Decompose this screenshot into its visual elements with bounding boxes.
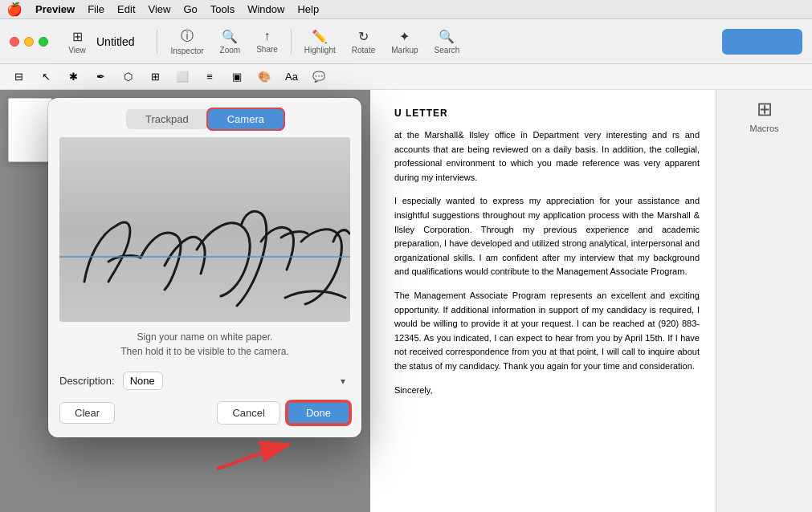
dialog-tabs: Trackpad Camera	[48, 98, 361, 137]
menu-window[interactable]: Window	[247, 3, 284, 15]
share-button[interactable]: ↑ Share	[250, 26, 284, 57]
menu-tools[interactable]: Tools	[210, 3, 235, 15]
lasso-tool[interactable]: ✱	[63, 68, 84, 86]
sidebar-toggle[interactable]: ⊟	[8, 68, 29, 86]
main-content: U LETTER at the Marshall& Ilsley office …	[0, 90, 812, 512]
highlight-icon: ✏️	[312, 29, 328, 44]
zoom-icon: 🔍	[222, 29, 238, 44]
description-select-wrapper: None ▾	[123, 372, 350, 390]
search-button[interactable]: 🔍 Search	[428, 26, 467, 58]
signature-dialog: Trackpad Camera	[48, 98, 361, 437]
menu-view[interactable]: View	[149, 3, 171, 15]
description-label: Description:	[59, 375, 115, 387]
menu-go[interactable]: Go	[183, 3, 197, 15]
separator-2	[291, 30, 292, 54]
view-button[interactable]: ⊞ View	[61, 26, 93, 58]
secondary-toolbar: ⊟ ↖ ✱ ✒ ⬡ ⊞ ⬜ ≡ ▣ 🎨 Aa 💬	[0, 64, 812, 90]
text-tool[interactable]: Aa	[281, 68, 302, 86]
separator-1	[157, 30, 157, 54]
inspector-icon: ⓘ	[181, 28, 194, 45]
speech-tool[interactable]: 💬	[308, 68, 329, 86]
description-row: Description: None ▾	[48, 367, 361, 395]
apple-menu[interactable]: 🍎	[6, 2, 22, 17]
inspector-button[interactable]: ⓘ Inspector	[164, 25, 210, 59]
menubar: 🍎 Preview File Edit View Go Tools Window…	[0, 0, 812, 19]
menu-help[interactable]: Help	[297, 3, 319, 15]
chevron-down-icon: ▾	[341, 376, 345, 387]
pointer-tool[interactable]: ↖	[35, 68, 56, 86]
markup-button[interactable]: ✦ Markup	[385, 26, 424, 58]
adjust-tool[interactable]: ⊞	[145, 68, 165, 86]
signature-baseline	[59, 256, 350, 258]
blue-toolbar-area	[722, 29, 802, 55]
align-tool[interactable]: ≡	[199, 68, 220, 86]
done-button[interactable]: Done	[287, 401, 350, 425]
page-tool[interactable]: ⬜	[172, 68, 193, 86]
traffic-lights	[10, 37, 48, 47]
clear-button[interactable]: Clear	[59, 402, 115, 424]
maximize-button[interactable]	[39, 37, 48, 47]
pen-tool[interactable]: ✒	[90, 68, 111, 86]
rotate-icon: ↻	[358, 29, 369, 44]
menu-edit[interactable]: Edit	[117, 3, 135, 15]
rotate-button[interactable]: ↻ Rotate	[345, 26, 382, 58]
highlight-button[interactable]: ✏️ Highlight	[298, 26, 342, 58]
instruction-text: Sign your name on white paper. Then hold…	[59, 330, 350, 359]
window-title: Untitled	[96, 35, 134, 48]
dialog-overlay: Trackpad Camera	[0, 90, 812, 512]
trackpad-tab[interactable]: Trackpad	[126, 109, 208, 129]
shape-tool[interactable]: ⬡	[117, 68, 138, 86]
right-buttons: Cancel Done	[217, 401, 350, 425]
color-tool[interactable]: 🎨	[254, 68, 275, 86]
search-icon: 🔍	[439, 29, 455, 44]
description-select[interactable]: None	[123, 372, 163, 390]
menu-file[interactable]: File	[88, 3, 104, 15]
toolbar: ⊞ View Untitled ⓘ Inspector 🔍 Zoom ↑ Sha…	[0, 19, 812, 64]
box-tool[interactable]: ▣	[226, 68, 247, 86]
cancel-button[interactable]: Cancel	[217, 401, 280, 425]
dialog-buttons: Clear Cancel Done	[48, 395, 361, 425]
app-name[interactable]: Preview	[35, 3, 75, 15]
view-icon: ⊞	[72, 29, 83, 44]
close-button[interactable]	[10, 37, 19, 47]
minimize-button[interactable]	[24, 37, 34, 47]
markup-icon: ✦	[399, 29, 410, 44]
share-icon: ↑	[264, 29, 271, 43]
camera-view	[59, 137, 350, 322]
zoom-button[interactable]: 🔍 Zoom	[214, 26, 247, 58]
signature-canvas	[59, 137, 350, 322]
camera-tab[interactable]: Camera	[208, 109, 284, 129]
